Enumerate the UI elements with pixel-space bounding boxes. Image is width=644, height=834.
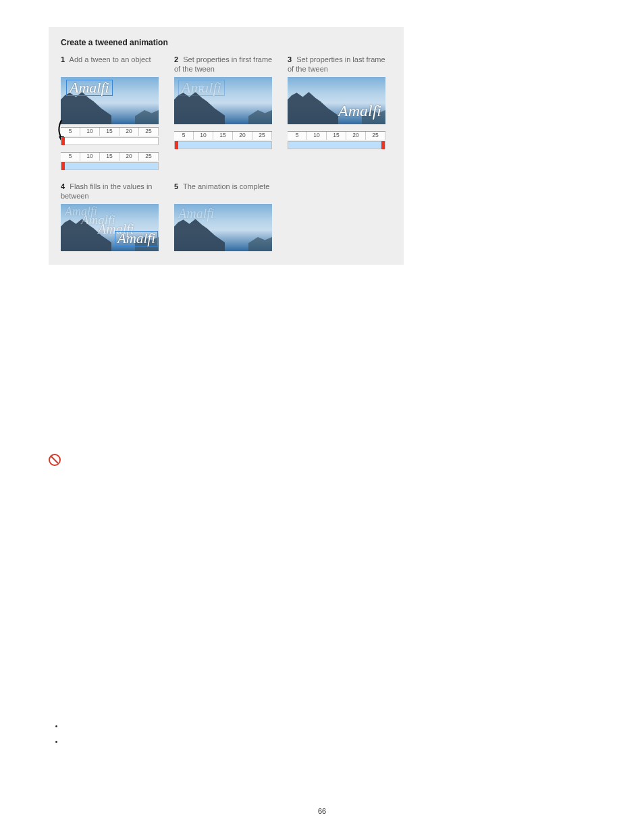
figure-step-3: 3 Set properties in last frame of the tw…	[288, 55, 389, 170]
step-text: Set properties in first frame of the twe…	[174, 55, 272, 73]
bullet-list	[55, 725, 595, 743]
figure-step-1: 1 Add a tween to an object Amalfi 5 10	[61, 55, 162, 170]
scene-thumb: Amalfi	[288, 77, 385, 124]
step-number: 4	[61, 182, 65, 190]
amalfi-label: Amalfi	[178, 80, 225, 96]
figure-title: Create a tweened animation	[61, 38, 392, 47]
scene-thumb: Amalfi	[61, 77, 159, 124]
step-text: Set properties in last frame of the twee…	[288, 55, 385, 73]
timeline-ruler: 5 10 15 20 25	[174, 131, 272, 149]
step-number: 2	[174, 55, 178, 63]
bullet-dot	[55, 725, 57, 727]
timeline-ruler: 5 10 15 20 25	[61, 127, 159, 145]
step-text: Flash fills in the values in between	[61, 182, 152, 200]
timeline-ruler: 5 10 15 20 25	[288, 131, 385, 149]
figure-grid: 1 Add a tween to an object Amalfi 5 10	[61, 55, 392, 251]
step-label: 2 Set properties in first frame of the t…	[174, 55, 275, 74]
amalfi-label: Amalfi	[115, 231, 158, 246]
figure-step-2: 2 Set properties in first frame of the t…	[174, 55, 275, 170]
scene-thumb: Amalfi	[174, 204, 272, 251]
figure-panel: Create a tweened animation 1 Add a tween…	[49, 27, 404, 265]
step-number: 3	[288, 55, 292, 63]
step-label: 3 Set properties in last frame of the tw…	[288, 55, 389, 74]
step-number: 1	[61, 55, 65, 63]
timeline-ruler: 5 10 15 20 25	[61, 152, 159, 170]
figure-step-4: 4 Flash fills in the values in between A…	[61, 182, 162, 251]
step-number: 5	[174, 182, 178, 190]
step-text: The animation is complete	[183, 182, 269, 190]
amalfi-label: Amalfi	[66, 80, 113, 96]
bullet-dot	[55, 741, 57, 743]
forbidden-icon	[49, 454, 61, 466]
page-number: 66	[318, 807, 326, 815]
step-label: 4 Flash fills in the values in between	[61, 182, 162, 201]
scene-thumb: Amalfi Amalfi Amalfi Amalfi	[61, 204, 159, 251]
amalfi-label: Amalfi	[338, 103, 381, 119]
step-label: 5 The animation is complete	[174, 182, 275, 201]
figure-step-5: 5 The animation is complete Amalfi	[174, 182, 275, 251]
step-text: Add a tween to an object	[70, 55, 151, 63]
scene-thumb: Amalfi	[174, 77, 272, 124]
step-label: 1 Add a tween to an object	[61, 55, 162, 74]
body-text-area	[49, 282, 595, 743]
amalfi-label: Amalfi	[178, 207, 214, 220]
